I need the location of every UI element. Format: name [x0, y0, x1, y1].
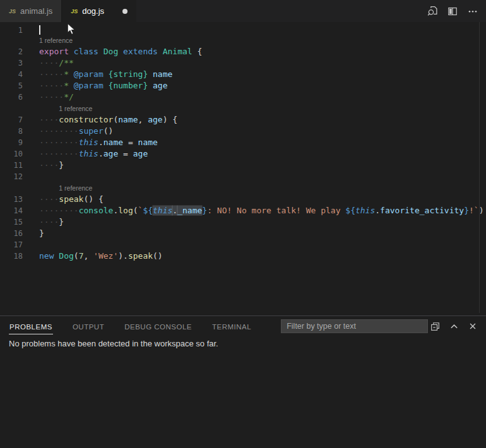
code-token: ········: [39, 126, 79, 136]
code-line[interactable]: 5·····* @param {number} age: [0, 80, 486, 91]
more-actions-icon[interactable]: [466, 4, 480, 18]
text-caret: [39, 25, 40, 35]
codelens-row[interactable]: 1 reference: [0, 35, 486, 46]
tab-terminal[interactable]: TERMINAL: [211, 319, 252, 334]
code-line-content: }: [23, 228, 44, 239]
code-token: {: [193, 47, 203, 56]
panel-header: PROBLEMS OUTPUT DEBUG CONSOLE TERMINAL: [0, 316, 486, 336]
code-token: (: [133, 206, 138, 215]
codelens-references[interactable]: 1 reference: [23, 35, 73, 46]
code-token: (): [104, 126, 114, 136]
code-token: ,: [138, 115, 148, 124]
code-token: name: [104, 138, 123, 147]
code-token: }: [39, 228, 44, 238]
panel-actions: [428, 319, 480, 333]
code-line[interactable]: 9········this.name = name: [0, 137, 486, 148]
code-line[interactable]: 18new Dog(7, 'Wez').speak(): [0, 251, 486, 262]
code-line-content: export class Dog extends Animal {: [23, 46, 202, 57]
code-token: [118, 47, 123, 56]
modified-indicator-dot[interactable]: [122, 9, 127, 14]
code-token: favorite_activity: [380, 206, 464, 215]
code-line[interactable]: 13····speak() {: [0, 194, 486, 205]
code-token: ) {: [163, 115, 177, 124]
code-line[interactable]: 16}: [0, 228, 486, 239]
code-token: this: [355, 206, 375, 215]
bottom-panel: PROBLEMS OUTPUT DEBUG CONSOLE TERMINAL: [0, 315, 486, 448]
code-token: age: [133, 149, 148, 158]
code-line-content: ····/**: [23, 57, 74, 69]
code-token: (): [153, 251, 163, 261]
code-token: [98, 47, 104, 56]
code-line[interactable]: 7····constructor(name, age) {: [0, 114, 486, 126]
tab-dog-js[interactable]: JS dog.js: [62, 0, 136, 22]
code-token: *: [64, 69, 74, 79]
code-token: ·····: [39, 69, 64, 79]
code-line[interactable]: 6·····*/: [0, 91, 486, 103]
code-token: =: [123, 138, 138, 147]
codelens-references[interactable]: 1 reference: [23, 182, 92, 194]
code-token: .: [98, 138, 104, 147]
code-line[interactable]: 11····}: [0, 160, 486, 171]
line-number: 17: [0, 239, 23, 251]
line-number: 8: [0, 126, 23, 137]
code-line[interactable]: 8········super(): [0, 126, 486, 137]
code-token: [148, 69, 153, 79]
code-token: {string}: [109, 69, 148, 79]
code-line[interactable]: 14········console.log(`${this._name}: NO…: [0, 205, 486, 216]
code-token: ·····: [39, 81, 64, 90]
code-token: =: [118, 149, 133, 158]
code-token: Animal: [163, 47, 193, 56]
code-line[interactable]: 2export class Dog extends Animal {: [0, 46, 486, 57]
code-token: {number}: [109, 81, 148, 90]
code-token: .: [375, 206, 380, 215]
code-token: speak: [128, 251, 153, 261]
tab-debug-console[interactable]: DEBUG CONSOLE: [124, 319, 193, 334]
code-line-content: ········this.name = name: [23, 137, 158, 148]
code-token: Dog: [59, 251, 73, 261]
collapse-all-icon[interactable]: [428, 319, 442, 333]
split-editor-icon[interactable]: [446, 4, 459, 18]
code-line-content: ····speak() {: [23, 194, 104, 205]
code-line[interactable]: 3····/**: [0, 57, 486, 69]
code-line-content: ····}: [23, 216, 64, 228]
code-token: name: [118, 115, 138, 124]
codelens-row[interactable]: 1 reference: [0, 182, 486, 194]
codelens-references[interactable]: 1 reference: [23, 103, 92, 114]
code-token: ····: [39, 194, 59, 204]
code-line-content: ····constructor(name, age) {: [23, 114, 177, 126]
code-line[interactable]: 15····}: [0, 216, 486, 228]
code-token: ,: [83, 251, 93, 261]
code-token: .: [98, 149, 104, 158]
code-token: constructor: [59, 115, 113, 124]
code-line[interactable]: 12: [0, 171, 486, 182]
tab-problems[interactable]: PROBLEMS: [9, 319, 53, 334]
tab-label: animal.js: [20, 6, 52, 16]
code-editor[interactable]: 11 reference2export class Dog extends An…: [0, 22, 486, 317]
maximize-panel-icon[interactable]: [447, 319, 461, 333]
code-line[interactable]: 17: [0, 239, 486, 251]
tab-output[interactable]: OUTPUT: [72, 319, 105, 334]
code-token: export: [39, 47, 69, 56]
code-token: [158, 47, 163, 56]
code-line[interactable]: 4·····* @param {string} name: [0, 69, 486, 80]
open-changes-icon[interactable]: [425, 4, 439, 18]
code-token: ): [479, 206, 484, 215]
problems-filter-input[interactable]: [281, 319, 428, 333]
codelens-row[interactable]: 1 reference: [0, 103, 486, 114]
code-token: [148, 81, 153, 90]
code-token: ····: [39, 217, 59, 227]
code-line[interactable]: 10········this.age = age: [0, 148, 486, 160]
code-line[interactable]: 1: [0, 23, 486, 35]
code-token: ········: [39, 138, 79, 147]
close-panel-icon[interactable]: [466, 319, 480, 333]
code-token: log: [118, 206, 133, 215]
code-token: name: [153, 69, 172, 79]
code-line-content: ·····*/: [23, 91, 74, 103]
code-token: ·····: [39, 92, 64, 102]
tab-animal-js[interactable]: JS animal.js: [0, 0, 62, 22]
problems-message: No problems have been detected in the wo…: [0, 336, 486, 348]
code-token: ····: [39, 160, 59, 170]
line-number: 16: [0, 228, 23, 239]
code-token: age: [148, 115, 162, 124]
code-token: console: [79, 206, 114, 215]
